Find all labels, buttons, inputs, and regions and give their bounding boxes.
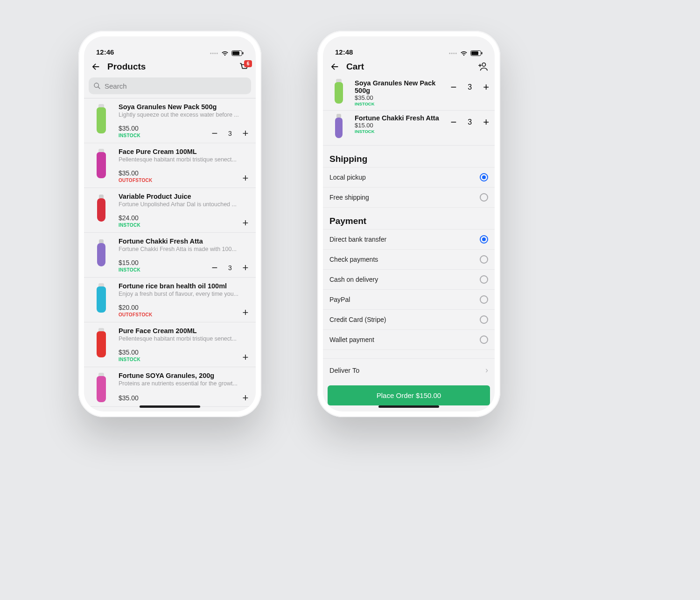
shipping-heading: Shipping <box>329 154 488 164</box>
qty-value: 3 <box>468 83 472 91</box>
product-price: $35.00 <box>119 394 139 402</box>
product-name: Face Pure Cream 100ML <box>119 148 250 155</box>
stock-badge: OUTOFSTOCK <box>119 312 153 317</box>
wifi-icon <box>221 50 229 56</box>
page-title: Cart <box>346 62 364 72</box>
radio-icon <box>480 235 488 244</box>
status-time: 12:46 <box>96 48 114 56</box>
qty-plus-button[interactable]: + <box>241 129 250 138</box>
add-button[interactable]: + <box>241 218 250 228</box>
add-button[interactable]: + <box>241 308 250 317</box>
product-row[interactable]: Face Pure Cream 100ML Pellentesque habit… <box>84 143 256 188</box>
add-button[interactable]: + <box>241 393 250 403</box>
product-row[interactable]: Fortune rice bran health oil 100ml Enjoy… <box>84 278 256 322</box>
cell-signal-icon: •••• <box>210 51 218 56</box>
radio-icon <box>480 255 488 264</box>
option-label: Local pickup <box>329 174 366 181</box>
product-desc: Enjoy a fresh burst of flavour, every ti… <box>119 291 250 297</box>
product-name: Variable Product Juice <box>119 193 250 200</box>
status-time: 12:48 <box>335 48 353 56</box>
product-desc: Pellentesque habitant morbi tristique se… <box>119 156 250 163</box>
qty-minus-button[interactable]: − <box>450 81 456 93</box>
qty-plus-button[interactable]: + <box>483 81 489 93</box>
qty-minus-button[interactable]: − <box>210 129 219 138</box>
product-row[interactable]: Fortune Chakki Fresh Atta Fortune Chakki… <box>84 233 256 278</box>
quantity-stepper: − 3 + <box>450 81 489 93</box>
product-thumbnail <box>329 114 349 141</box>
quantity-stepper: − 3 + <box>210 263 250 272</box>
place-order-button[interactable]: Place Order $150.00 <box>328 385 490 405</box>
product-name: Fortune SOYA Granules, 200g <box>119 372 250 379</box>
option-row[interactable]: Credit Card (Stripe) <box>323 310 495 330</box>
add-button[interactable]: + <box>241 353 250 362</box>
product-list: Soya Granules New Pack 500g Lightly sque… <box>84 98 256 407</box>
navbar: Products 6 <box>84 58 256 76</box>
product-desc: Fortune Unpolished Arhar Dal is untouche… <box>119 201 250 208</box>
option-row[interactable]: Free shipping <box>323 188 495 208</box>
wifi-icon <box>460 50 468 56</box>
qty-minus-button[interactable]: − <box>450 116 456 128</box>
product-price: $20.00 <box>119 304 153 311</box>
status-bar: 12:48 •••• <box>323 36 495 58</box>
option-row[interactable]: Direct bank transfer <box>323 229 495 250</box>
svg-line-4 <box>98 87 100 89</box>
product-row[interactable]: Pure Face Cream 200ML Pellentesque habit… <box>84 322 256 367</box>
qty-minus-button[interactable]: − <box>210 263 219 272</box>
cart-item-price: $15.00 <box>355 122 439 129</box>
battery-icon <box>231 50 244 56</box>
stock-badge: INSTOCK <box>355 129 439 134</box>
product-desc: Lightly squeeze out the excess water bef… <box>119 112 250 118</box>
product-row[interactable]: Soya Granules New Pack 500g Lightly sque… <box>84 98 256 143</box>
product-thumbnail <box>89 193 114 227</box>
option-label: Direct bank transfer <box>329 236 386 243</box>
back-button[interactable] <box>329 62 340 72</box>
deliver-to-row[interactable]: Deliver To › <box>323 358 495 382</box>
option-row[interactable]: Cash on delivery <box>323 270 495 290</box>
chevron-right-icon: › <box>485 365 488 375</box>
svg-rect-7 <box>482 52 483 55</box>
cart-badge: 6 <box>244 60 252 67</box>
battery-icon <box>470 50 483 56</box>
arrow-left-icon <box>91 62 101 72</box>
svg-rect-1 <box>232 51 239 55</box>
option-row[interactable]: Check payments <box>323 250 495 270</box>
product-price: $35.00 <box>119 349 140 356</box>
radio-icon <box>480 295 488 304</box>
cart-button[interactable]: 6 <box>239 62 249 71</box>
deliver-to-label: Deliver To <box>329 367 359 374</box>
stock-badge: INSTOCK <box>119 133 140 138</box>
qty-value: 3 <box>468 118 472 126</box>
qty-plus-button[interactable]: + <box>483 116 489 128</box>
search-input[interactable] <box>105 82 246 90</box>
product-thumbnail <box>89 327 114 362</box>
product-row[interactable]: Variable Product Juice Fortune Unpolishe… <box>84 188 256 233</box>
qty-value: 3 <box>228 130 232 137</box>
status-bar: 12:46 •••• <box>84 36 256 58</box>
cart-item-name: Soya Granules New Pack 500g <box>355 79 450 94</box>
stock-badge: INSTOCK <box>119 267 140 272</box>
radio-icon <box>480 315 488 324</box>
back-button[interactable] <box>91 62 101 72</box>
product-price: $35.00 <box>119 169 153 177</box>
option-label: Credit Card (Stripe) <box>329 316 386 323</box>
product-thumbnail <box>89 148 114 182</box>
phone-products: 12:46 •••• Products <box>78 31 261 417</box>
search-field[interactable] <box>89 77 251 94</box>
product-name: Fortune rice bran health oil 100ml <box>119 282 250 290</box>
add-button[interactable]: + <box>241 174 250 183</box>
option-row[interactable]: Local pickup <box>323 167 495 188</box>
radio-icon <box>480 193 488 202</box>
option-row[interactable]: Wallet payment <box>323 330 495 350</box>
svg-point-8 <box>482 63 485 66</box>
home-indicator <box>378 405 439 408</box>
radio-icon <box>480 335 488 344</box>
option-label: Wallet payment <box>329 336 374 343</box>
option-label: Check payments <box>329 256 378 263</box>
option-row[interactable]: PayPal <box>323 290 495 310</box>
product-thumbnail <box>329 79 349 106</box>
product-desc: Fortune Chakki Fresh Atta is made with 1… <box>119 246 250 252</box>
search-icon <box>93 82 101 90</box>
add-contact-button[interactable] <box>478 62 488 72</box>
product-row[interactable]: Fortune SOYA Granules, 200g Proteins are… <box>84 367 256 407</box>
qty-plus-button[interactable]: + <box>241 263 250 272</box>
